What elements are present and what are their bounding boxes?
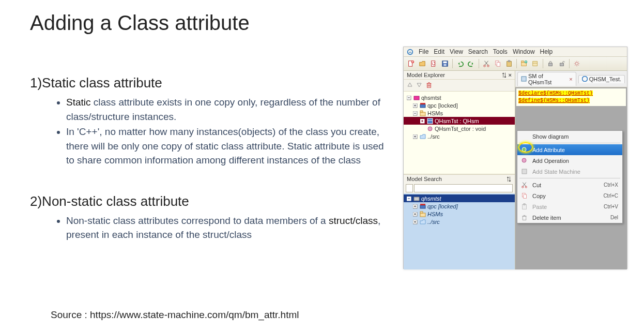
tree-node-class-selected[interactable]: QHsmTst : QHsm [404,117,515,125]
toolbar-separator [452,59,453,68]
menubar: File Edit View Search Tools Window Help [404,47,627,57]
model-explorer-panel: Model Explorer ⮁ × qhsmtst [404,71,515,269]
close-icon[interactable]: × [509,72,512,78]
bullet: In 'C++', no matter how many instances(o… [66,125,392,168]
tree-expand-icon[interactable] [413,103,418,108]
svg-rect-52 [524,204,525,205]
svg-rect-3 [432,61,435,67]
tree-expand-icon[interactable] [413,204,418,208]
reload-icon[interactable] [428,58,439,69]
trash-icon[interactable] [425,81,433,89]
search-tree-root[interactable]: qhsmtst [404,194,515,202]
menu-tools[interactable]: Tools [493,48,508,55]
ctx-paste[interactable]: Paste Ctrl+V [517,201,622,212]
nav-up-icon[interactable] [407,82,413,89]
paste-icon[interactable] [504,58,514,69]
ctx-label: Copy [532,193,599,199]
ctx-copy[interactable]: Copy Ctrl+C [517,190,622,201]
ctx-delete[interactable]: Delete item Del [517,212,622,223]
svg-rect-50 [524,194,527,198]
menu-help[interactable]: Help [540,48,553,55]
menu-edit[interactable]: Edit [434,48,444,55]
copy-icon[interactable] [493,58,503,69]
ctx-shortcut: Ctrl+C [603,193,618,199]
tree-label: qpc [locked] [427,102,458,109]
cut-icon[interactable] [481,58,492,69]
nav-down-icon[interactable] [416,82,422,89]
menu-file[interactable]: File [419,48,428,55]
tree-collapse-icon[interactable] [407,95,411,100]
section1-bullets: Static class attribute exists in one cop… [66,95,392,168]
search-input[interactable] [414,184,513,192]
save-icon[interactable] [440,58,450,69]
ctx-show-diagram[interactable]: Show diagram [517,131,622,142]
ctx-label: Cut [532,182,600,188]
tree-expand-icon[interactable] [413,134,418,139]
tab-state-machine[interactable]: SM of QHsmTst × [517,72,576,86]
gear-icon[interactable] [572,58,582,69]
new-file-icon[interactable] [406,58,416,69]
package-icon [419,210,426,217]
bullet-text: Non-static class attributes correspond t… [66,215,329,226]
explorer-nav [404,80,515,92]
toolbar-separator [479,59,479,68]
ctx-cut[interactable]: Cut Ctrl+X [517,179,622,190]
svg-rect-16 [533,62,538,66]
search-tree: qhsmtst qpc [locked] HSMs ../src [404,193,515,269]
unlock-icon[interactable] [557,58,567,69]
add-class-icon[interactable] [530,58,541,69]
menu-window[interactable]: Window [513,48,535,55]
code-line: $define${HSMs::QHsmTst} [518,98,590,103]
model-search-title: Model Search [407,176,442,182]
tree-label: QHsmTst : QHsm [435,118,479,124]
redo-icon[interactable] [466,58,477,69]
search-tree-qpc[interactable]: qpc [locked] [404,202,515,210]
pin-icon[interactable]: ⮁ [506,176,512,182]
open-icon[interactable] [417,58,427,69]
section2-heading: 2)Non-static class attribute [30,193,392,209]
svg-rect-36 [420,205,425,208]
tree-expand-icon[interactable] [420,118,425,123]
search-scope-dropdown[interactable] [406,184,413,192]
ctx-add-state-machine[interactable]: Add State Machine [517,166,622,177]
svg-rect-22 [414,96,419,100]
toolbar-separator [516,59,517,68]
code-preview: $declare${HSMs::QHsmTst} $define${HSMs::… [516,88,626,106]
tree-root[interactable]: qhsmtst [404,94,515,101]
ctx-label: Show diagram [532,133,618,140]
package-locked-icon [419,102,426,109]
svg-point-31 [428,127,432,131]
attribute-icon [520,146,528,154]
tree-expand-icon[interactable] [413,212,418,216]
explorer-title: Model Explorer [407,72,445,78]
svg-rect-30 [427,118,433,124]
undo-icon[interactable] [455,58,465,69]
tab-close-icon[interactable]: × [569,76,572,82]
tree-collapse-icon[interactable] [407,196,411,201]
menu-search[interactable]: Search [468,48,488,55]
svg-rect-53 [523,216,526,220]
svg-rect-17 [549,63,553,66]
lock-icon[interactable] [545,58,556,69]
search-tree-src[interactable]: ../src [404,218,515,225]
tree-node-qpc[interactable]: qpc [locked] [404,101,515,109]
ctx-add-attribute[interactable]: Add Attribute [517,144,622,155]
svg-rect-25 [420,103,425,104]
toolbar [404,57,627,71]
pin-icon[interactable]: ⮁ [501,72,507,78]
tree-expand-icon[interactable] [413,219,418,224]
tree-collapse-icon[interactable] [413,111,418,115]
tree-label: ../src [427,133,440,140]
package-locked-icon [419,203,426,209]
add-package-icon[interactable] [519,58,529,69]
search-tree-hsms[interactable]: HSMs [404,210,515,218]
tree-node-hsms[interactable]: HSMs [404,109,515,117]
ctx-add-operation[interactable]: Add Operation [517,155,622,166]
tree-node-ctor[interactable]: QHsmTst_ctor : void [404,125,515,132]
menu-view[interactable]: View [450,48,463,55]
svg-rect-12 [508,61,510,62]
model-search-header: Model Search ⮁ [404,174,515,183]
svg-rect-42 [522,77,526,81]
tree-node-src[interactable]: ../src [404,132,515,140]
tab-file[interactable]: QHSM_Test. [578,75,625,83]
